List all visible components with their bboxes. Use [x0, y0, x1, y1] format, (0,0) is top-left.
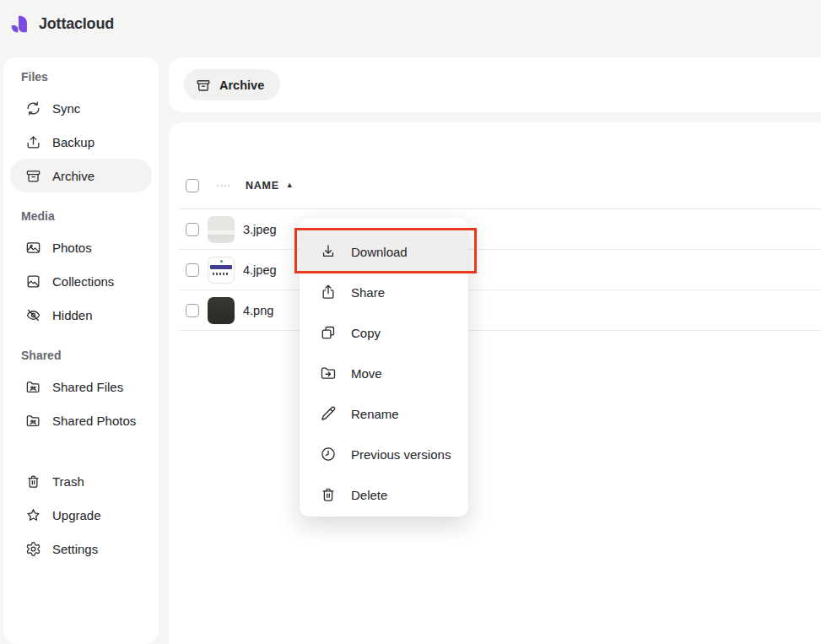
sidebar-item-label: Settings [52, 542, 98, 556]
menu-item-rename[interactable]: Rename [300, 393, 468, 434]
sidebar-item-label: Hidden [52, 308, 93, 322]
sort-ascending-icon[interactable]: ▲ [286, 181, 294, 189]
sidebar-item-archive[interactable]: Archive [10, 159, 152, 192]
table-row[interactable]: 3.jpeg [179, 209, 821, 250]
eye-off-icon [25, 307, 41, 323]
name-column-header[interactable]: NAME ▲ [246, 180, 294, 192]
sidebar-item-label: Photos [52, 241, 92, 255]
sync-icon [25, 100, 41, 116]
sidebar: Files Sync Backup Archive Media [3, 57, 159, 644]
menu-item-label: Share [351, 285, 385, 300]
thumbnail-column-placeholder [217, 185, 230, 187]
name-column-label: NAME [246, 180, 279, 192]
gear-icon [25, 541, 41, 557]
file-name[interactable]: 3.jpeg [243, 223, 277, 236]
menu-item-download[interactable]: Download [300, 231, 468, 272]
sidebar-item-label: Upgrade [52, 508, 101, 522]
star-icon [25, 507, 41, 523]
sidebar-section-files: Files Sync Backup Archive [10, 70, 152, 192]
file-thumbnail[interactable] [208, 257, 235, 284]
shared-folder-icon [25, 413, 41, 429]
select-all-checkbox[interactable] [186, 179, 199, 192]
file-table: NAME ▲ 3.jpeg 4.jpeg 4.png [169, 162, 821, 331]
collections-icon [25, 273, 41, 290]
menu-item-share[interactable]: Share [300, 272, 468, 312]
menu-item-label: Previous versions [351, 447, 451, 462]
sidebar-item-label: Shared Files [52, 380, 123, 394]
section-label: Shared [21, 349, 152, 363]
menu-item-copy[interactable]: Copy [300, 312, 468, 353]
photos-icon [25, 240, 41, 256]
sidebar-item-shared-files[interactable]: Shared Files [10, 370, 152, 403]
sidebar-item-backup[interactable]: Backup [10, 125, 152, 159]
table-row[interactable]: 4.jpeg [179, 250, 821, 290]
file-name[interactable]: 4.jpeg [243, 263, 277, 277]
file-list-card: NAME ▲ 3.jpeg 4.jpeg 4.png [169, 122, 821, 644]
sidebar-item-upgrade[interactable]: Upgrade [10, 498, 152, 532]
breadcrumb-label: Archive [219, 78, 264, 92]
sidebar-section-media: Media Photos Collections Hidden [10, 209, 152, 332]
share-icon [320, 284, 337, 300]
backup-icon [25, 134, 41, 150]
menu-item-delete[interactable]: Delete [300, 474, 468, 515]
pencil-icon [320, 405, 337, 422]
section-label: Files [21, 70, 152, 84]
toolbar-card: Archive [169, 57, 821, 112]
menu-item-previous-versions[interactable]: Previous versions [300, 434, 468, 474]
copy-icon [320, 324, 337, 341]
trash-icon [25, 474, 41, 490]
jottacloud-logo-icon [10, 14, 31, 35]
menu-item-label: Copy [351, 326, 381, 340]
sidebar-item-label: Archive [52, 169, 95, 183]
file-name[interactable]: 4.png [243, 304, 273, 317]
clock-icon [320, 446, 337, 463]
sidebar-item-shared-photos[interactable]: Shared Photos [10, 403, 152, 437]
brand[interactable]: Jottacloud [10, 14, 114, 35]
menu-item-move[interactable]: Move [300, 353, 468, 393]
sidebar-item-hidden[interactable]: Hidden [10, 298, 152, 332]
menu-item-label: Move [351, 366, 382, 381]
sidebar-item-settings[interactable]: Settings [10, 532, 152, 566]
file-thumbnail[interactable] [208, 297, 235, 324]
menu-item-label: Download [351, 245, 408, 259]
move-icon [320, 365, 337, 382]
sidebar-item-label: Collections [52, 274, 114, 289]
sidebar-section-shared: Shared Shared Files Shared Photos [10, 349, 152, 437]
sidebar-item-label: Backup [52, 135, 95, 149]
file-thumbnail[interactable] [208, 216, 235, 243]
table-row[interactable]: 4.png [179, 290, 821, 331]
shared-folder-icon [25, 379, 41, 395]
breadcrumb-archive-chip[interactable]: Archive [184, 69, 280, 100]
row-checkbox[interactable] [186, 263, 199, 277]
download-icon [320, 243, 337, 260]
file-context-menu: Download Share Copy Move Rename Previou [300, 218, 468, 517]
brand-name: Jottacloud [39, 15, 114, 33]
trash-icon [320, 486, 337, 503]
sidebar-section-bottom: Trash Upgrade Settings [10, 464, 152, 566]
section-label: Media [21, 209, 152, 224]
row-checkbox[interactable] [186, 223, 199, 236]
sidebar-item-photos[interactable]: Photos [10, 230, 152, 264]
sidebar-item-label: Trash [52, 474, 84, 489]
sidebar-item-trash[interactable]: Trash [10, 464, 152, 498]
sidebar-item-label: Sync [52, 101, 80, 116]
table-header-row: NAME ▲ [179, 162, 821, 209]
sidebar-item-collections[interactable]: Collections [10, 264, 152, 298]
top-bar: Jottacloud [0, 0, 821, 57]
row-checkbox[interactable] [186, 304, 199, 317]
archive-icon [196, 78, 211, 93]
menu-item-label: Rename [351, 407, 399, 421]
sidebar-item-sync[interactable]: Sync [10, 91, 152, 125]
archive-icon [25, 168, 41, 184]
sidebar-item-label: Shared Photos [52, 414, 136, 428]
menu-item-label: Delete [351, 488, 387, 502]
